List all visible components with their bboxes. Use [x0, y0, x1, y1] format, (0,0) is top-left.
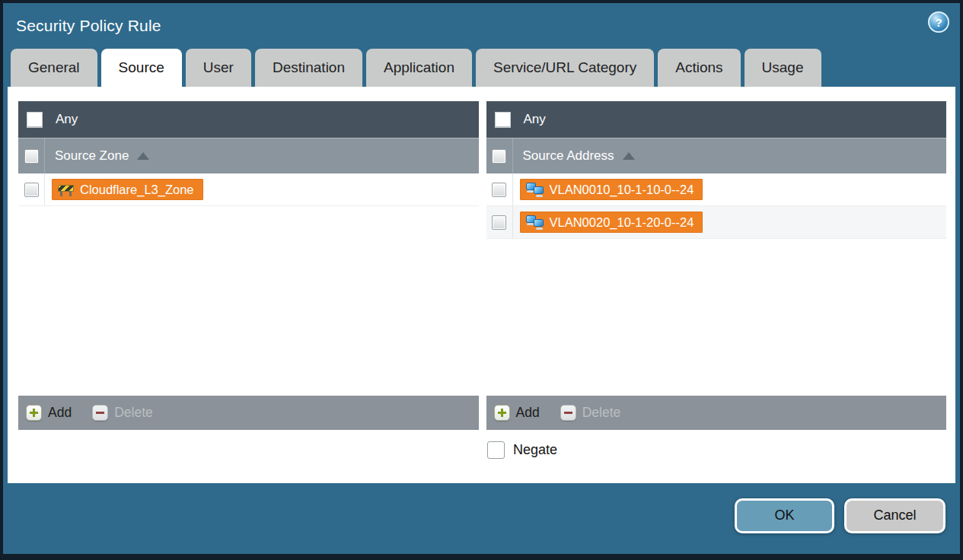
source-address-column-header[interactable]: Source Address: [486, 138, 947, 173]
source-address-any-label: Any: [524, 112, 546, 127]
source-zone-any-bar: Any: [18, 101, 479, 138]
minus-icon: [560, 405, 576, 421]
source-zone-toolbar: Add Delete: [18, 396, 479, 430]
source-zone-any-label: Any: [56, 112, 78, 127]
source-zone-list: Cloudflare_L3_Zone: [18, 173, 479, 396]
tab-bar: General Source User Destination Applicat…: [3, 49, 960, 87]
source-address-column-label: Source Address: [523, 148, 614, 164]
source-panels: Any Source Zone Cloud: [18, 101, 946, 430]
help-icon[interactable]: ?: [928, 11, 949, 33]
source-zone-column-header[interactable]: Source Zone: [18, 138, 479, 173]
dialog-titlebar: Security Policy Rule ?: [3, 3, 960, 49]
cancel-button[interactable]: Cancel: [844, 498, 945, 533]
security-policy-rule-dialog: Security Policy Rule ? General Source Us…: [0, 0, 963, 560]
source-address-toolbar: Add Delete: [486, 396, 947, 430]
dialog-title: Security Policy Rule: [16, 17, 161, 35]
source-address-any-bar: Any: [486, 101, 947, 138]
dialog-button-bar: OK Cancel: [3, 483, 960, 554]
tab-destination[interactable]: Destination: [255, 49, 362, 87]
minus-icon: [92, 405, 108, 421]
source-zone-column-label: Source Zone: [55, 148, 129, 164]
address-chip[interactable]: VLAN0020_10-1-20-0--24: [520, 212, 703, 233]
source-zone-any-checkbox[interactable]: [27, 112, 43, 128]
row-checkbox[interactable]: [492, 183, 506, 197]
address-chip[interactable]: VLAN0010_10-1-10-0--24: [520, 179, 703, 200]
zone-chip[interactable]: Cloudflare_L3_Zone: [52, 179, 203, 200]
negate-checkbox[interactable]: [487, 441, 505, 459]
negate-label: Negate: [513, 442, 557, 458]
tab-application[interactable]: Application: [366, 49, 472, 87]
tab-general[interactable]: General: [11, 49, 97, 87]
source-address-row[interactable]: VLAN0020_10-1-20-0--24: [486, 206, 947, 239]
source-zone-row[interactable]: Cloudflare_L3_Zone: [18, 173, 479, 206]
address-chip-label: VLAN0020_10-1-20-0--24: [550, 215, 694, 230]
source-address-select-all-checkbox[interactable]: [492, 149, 506, 164]
negate-row: Negate: [487, 441, 946, 459]
add-address-button[interactable]: Add: [494, 405, 540, 421]
tab-service-url-category[interactable]: Service/URL Category: [476, 49, 654, 87]
source-address-panel: Any Source Address VL: [486, 101, 947, 430]
ok-button[interactable]: OK: [735, 498, 834, 533]
tab-actions[interactable]: Actions: [658, 49, 740, 87]
tab-usage[interactable]: Usage: [745, 49, 821, 87]
sort-ascending-icon: [137, 152, 149, 160]
source-address-any-checkbox[interactable]: [495, 112, 511, 128]
delete-zone-button[interactable]: Delete: [92, 405, 153, 421]
address-icon: [526, 215, 544, 230]
source-tab-content: Any Source Zone Cloud: [8, 87, 955, 483]
zone-icon: [58, 183, 74, 196]
plus-icon: [494, 405, 510, 421]
source-address-list: VLAN0010_10-1-10-0--24 VLAN0020_10-1-20-…: [486, 173, 947, 396]
address-chip-label: VLAN0010_10-1-10-0--24: [550, 183, 694, 197]
source-zone-select-all-checkbox[interactable]: [24, 149, 39, 164]
tab-source[interactable]: Source: [101, 49, 182, 87]
tab-user[interactable]: User: [186, 49, 251, 87]
zone-chip-label: Cloudflare_L3_Zone: [80, 183, 194, 197]
add-zone-button[interactable]: Add: [26, 405, 72, 421]
source-zone-panel: Any Source Zone Cloud: [18, 101, 479, 430]
delete-address-button[interactable]: Delete: [560, 405, 621, 421]
plus-icon: [26, 405, 42, 421]
source-address-row[interactable]: VLAN0010_10-1-10-0--24: [486, 173, 947, 206]
sort-ascending-icon: [623, 152, 635, 160]
row-checkbox[interactable]: [492, 215, 506, 230]
row-checkbox[interactable]: [24, 183, 39, 197]
address-icon: [526, 183, 544, 197]
